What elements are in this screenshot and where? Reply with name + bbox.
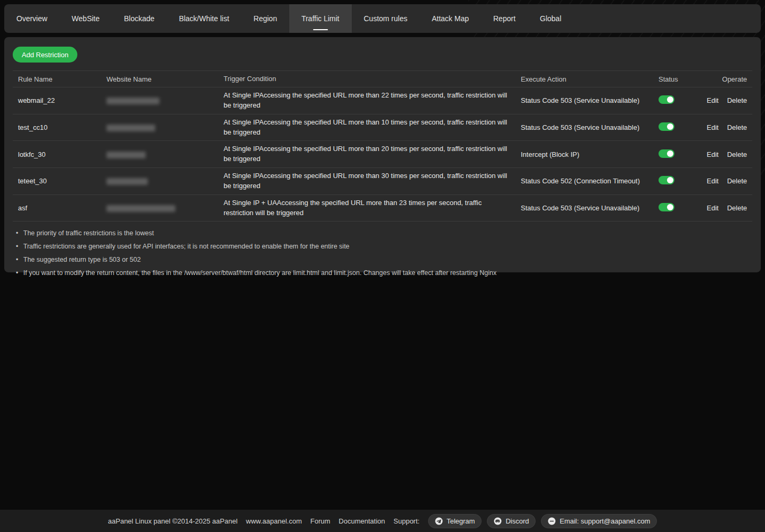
execute-action: Status Code 503 (Service Unavailable)	[515, 204, 653, 212]
delete-button[interactable]: Delete	[727, 204, 747, 212]
tab-black-white-list[interactable]: Black/White list	[167, 4, 242, 33]
note-item: The suggested return type is 503 or 502	[16, 256, 752, 263]
telegram-label: Telegram	[447, 517, 475, 525]
edit-button[interactable]: Edit	[707, 204, 718, 212]
table-header: Rule Name Website Name Trigger Condition…	[13, 71, 752, 87]
redacted-text-block	[106, 125, 155, 131]
tab-label: WebSite	[72, 14, 100, 23]
toggle-knob	[667, 123, 673, 130]
email-button[interactable]: Email: support@aapanel.com	[541, 514, 657, 528]
table-row: lotkfc_30 At Single IPAccessing the spec…	[13, 141, 752, 168]
rule-name: test_cc10	[13, 123, 101, 131]
edit-button[interactable]: Edit	[707, 150, 718, 158]
delete-button[interactable]: Delete	[727, 177, 747, 185]
operate-cell: Edit Delete	[706, 150, 752, 158]
discord-icon	[494, 517, 502, 525]
note-item: If you want to modify the return content…	[16, 269, 752, 277]
traffic-limit-panel: Add Restriction Rule Name Website Name T…	[4, 37, 761, 272]
edit-button[interactable]: Edit	[707, 177, 718, 185]
add-restriction-button[interactable]: Add Restriction	[13, 47, 77, 63]
note-item: The priority of traffic restrictions is …	[16, 229, 752, 237]
trigger-condition: At Single IPAccessing the specified URL …	[218, 144, 515, 164]
operate-cell: Edit Delete	[706, 204, 752, 212]
status-toggle[interactable]	[659, 203, 674, 211]
execute-action: Intercept (Block IP)	[515, 150, 653, 158]
website-link[interactable]: www.aapanel.com	[246, 517, 302, 525]
redacted-text-block	[106, 178, 148, 185]
status-cell	[653, 176, 706, 186]
note-item: Traffic restrictions are generally used …	[16, 243, 752, 250]
execute-action: Status Code 503 (Service Unavailable)	[515, 96, 653, 104]
rule-name: asf	[13, 204, 101, 212]
copyright-text: aaPanel Linux panel ©2014-2025 aaPanel	[108, 517, 238, 525]
tab-traffic-limit[interactable]: Traffic Limit	[289, 4, 352, 33]
toggle-knob	[667, 177, 673, 183]
delete-button[interactable]: Delete	[727, 150, 747, 158]
notes-list: The priority of traffic restrictions is …	[13, 229, 752, 277]
header-operate: Operate	[706, 75, 752, 83]
forum-link[interactable]: Forum	[310, 517, 331, 525]
edit-button[interactable]: Edit	[707, 96, 718, 104]
telegram-button[interactable]: Telegram	[428, 514, 482, 528]
email-label: Email: support@aapanel.com	[559, 517, 650, 525]
support-label: Support:	[394, 517, 420, 525]
status-toggle[interactable]	[659, 95, 674, 104]
header-website-name: Website Name	[101, 75, 218, 83]
trigger-condition: At Single IPAccessing the specified URL …	[218, 91, 515, 111]
tab-region[interactable]: Region	[242, 4, 289, 33]
rule-name: lotkfc_30	[13, 150, 101, 158]
trigger-condition: At Single IPAccessing the specified URL …	[218, 118, 515, 138]
tab-blockade[interactable]: Blockade	[112, 4, 167, 33]
status-toggle[interactable]	[659, 122, 674, 131]
status-cell	[653, 149, 706, 159]
operate-cell: Edit Delete	[706, 177, 752, 185]
website-name-redacted	[101, 123, 218, 131]
execute-action: Status Code 502 (Connection Timeout)	[515, 177, 653, 185]
email-icon	[548, 517, 556, 525]
support-buttons: Telegram Discord Email: support@aapanel.…	[428, 514, 657, 528]
tab-label: Attack Map	[432, 14, 469, 23]
table-row: teteet_30 At Single IPAccessing the spec…	[13, 168, 752, 195]
table-row: asf At Single IP + UAAccessing the speci…	[13, 195, 752, 222]
toggle-knob	[667, 204, 673, 210]
tab-overview[interactable]: Overview	[4, 4, 59, 33]
table-row: webmail_22 At Single IPAccessing the spe…	[13, 87, 752, 114]
tab-report[interactable]: Report	[481, 4, 528, 33]
status-toggle[interactable]	[659, 176, 674, 184]
delete-button[interactable]: Delete	[727, 123, 747, 131]
table-body: webmail_22 At Single IPAccessing the spe…	[13, 87, 752, 221]
website-name-redacted	[101, 96, 218, 104]
redacted-text-block	[106, 205, 175, 212]
table-row: test_cc10 At Single IPAccessing the spec…	[13, 114, 752, 141]
tab-custom-rules[interactable]: Custom rules	[352, 4, 420, 33]
header-execute-action: Execute Action	[515, 75, 653, 83]
operate-cell: Edit Delete	[706, 96, 752, 104]
documentation-link[interactable]: Documentation	[339, 517, 385, 525]
rules-table: Rule Name Website Name Trigger Condition…	[13, 70, 752, 221]
edit-button[interactable]: Edit	[707, 123, 718, 131]
discord-button[interactable]: Discord	[487, 514, 536, 528]
telegram-icon	[435, 517, 443, 525]
tab-label: Traffic Limit	[301, 14, 340, 23]
tab-attack-map[interactable]: Attack Map	[420, 4, 481, 33]
tab-global[interactable]: Global	[528, 4, 573, 33]
header-rule-name: Rule Name	[13, 75, 101, 83]
trigger-condition: At Single IP + UAAccessing the specified…	[218, 198, 515, 218]
header-trigger-condition: Trigger Condition	[218, 74, 515, 84]
tab-label: Blockade	[124, 14, 155, 23]
redacted-text-block	[106, 97, 159, 104]
website-name-redacted	[101, 204, 218, 212]
status-toggle[interactable]	[659, 149, 674, 158]
tab-label: Global	[540, 14, 561, 23]
trigger-condition: At Single IPAccessing the specified URL …	[218, 171, 515, 191]
tab-label: Report	[493, 14, 515, 23]
delete-button[interactable]: Delete	[727, 96, 747, 104]
website-name-redacted	[101, 177, 218, 185]
tab-label: Custom rules	[364, 14, 407, 23]
tab-website[interactable]: WebSite	[59, 4, 112, 33]
tab-label: Region	[254, 14, 277, 23]
toggle-knob	[667, 96, 673, 103]
status-cell	[653, 95, 706, 105]
status-cell	[653, 203, 706, 213]
tab-label: Overview	[16, 14, 47, 23]
